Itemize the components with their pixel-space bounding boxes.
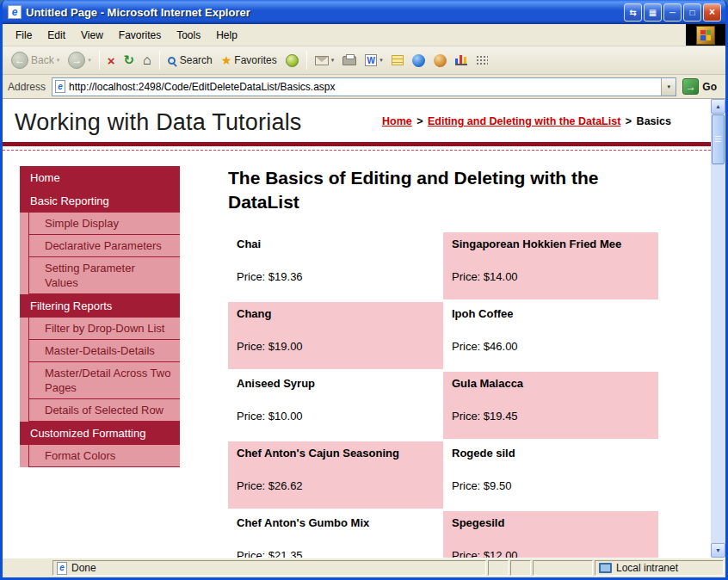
status-text: Done — [71, 562, 96, 574]
back-dropdown-icon: ▾ — [57, 57, 60, 64]
sidebar-item-filtering-reports[interactable]: Filtering Reports — [20, 294, 180, 318]
breadcrumb-current: Basics — [637, 115, 671, 127]
sidebar-item-declarative-parameters[interactable]: Declarative Parameters — [20, 235, 180, 257]
print-button[interactable] — [339, 54, 360, 67]
menu-file[interactable]: File — [8, 26, 40, 45]
swap-icon: ⇆ — [629, 8, 636, 17]
vertical-scrollbar[interactable]: ▲ ▼ — [711, 99, 725, 558]
sidebar-item-label: Format Colors — [28, 445, 180, 467]
breadcrumb: Home > Editing and Deleting with the Dat… — [382, 109, 702, 137]
back-icon: ← — [11, 52, 28, 69]
favorites-button[interactable]: ★ Favorites — [218, 52, 281, 69]
product-cell: Aniseed Syrup Price: $10.00 — [228, 372, 443, 439]
menu-bar: File Edit View Favorites Tools Help — [3, 24, 725, 46]
product-cell: Chai Price: $19.36 — [228, 232, 443, 299]
sidebar-item-setting-parameter-values[interactable]: Setting Parameter Values — [20, 257, 180, 294]
title-bar[interactable]: e Untitled Page - Microsoft Internet Exp… — [3, 0, 725, 24]
research-icon — [434, 54, 447, 67]
history-button[interactable] — [282, 52, 302, 69]
toolbar-separator — [159, 51, 160, 70]
extra-window-button-2[interactable]: ▦ — [644, 3, 662, 22]
home-button[interactable]: ⌂ — [139, 51, 155, 70]
forward-button[interactable]: → ▾ — [65, 50, 95, 71]
go-label: Go — [702, 81, 717, 93]
search-button[interactable]: Search — [164, 52, 216, 68]
scroll-up-button[interactable]: ▲ — [711, 99, 725, 114]
toolbar: ← Back ▾ → ▾ × ↻ ⌂ Search ★ Favorites ▾ … — [3, 46, 725, 75]
history-icon — [286, 54, 299, 67]
sidebar-item-details-of-selected-row[interactable]: Details of Selected Row — [20, 399, 180, 422]
header-rule — [3, 142, 711, 146]
chart-button[interactable] — [452, 53, 471, 67]
edit-dropdown-icon: ▾ — [379, 57, 383, 64]
sidebar-item-customized-formatting[interactable]: Customized Formatting — [20, 422, 180, 445]
product-name: Gula Malacca — [452, 377, 650, 390]
discuss-button[interactable] — [388, 53, 407, 67]
breadcrumb-link-section[interactable]: Editing and Deleting with the DataList — [428, 115, 620, 127]
breadcrumb-link-home[interactable]: Home — [382, 115, 412, 127]
sidebar-item-filter-by-dropdown-list[interactable]: Filter by Drop-Down List — [20, 318, 180, 340]
messenger-button[interactable] — [409, 52, 429, 69]
product-name: Chef Anton's Cajun Seasoning — [237, 447, 435, 460]
scrollbar-track[interactable] — [711, 165, 725, 543]
product-cell: Singaporean Hokkien Fried Mee Price: $14… — [443, 232, 658, 299]
sidebar-item-format-colors[interactable]: Format Colors — [20, 445, 180, 467]
close-icon: × — [709, 6, 715, 18]
product-cell: Spegesild Price: $12.00 — [443, 511, 658, 558]
minimize-icon: ─ — [669, 8, 676, 17]
grid-button[interactable] — [472, 53, 491, 68]
product-price: Price: $46.00 — [452, 340, 650, 353]
stop-button[interactable]: × — [104, 52, 119, 70]
sidebar-nav: Home Basic Reporting Simple Display Decl… — [20, 166, 180, 558]
menu-help[interactable]: Help — [208, 26, 245, 45]
grid-dots-icon — [476, 55, 488, 66]
back-label: Back — [31, 54, 54, 66]
mail-button[interactable]: ▾ — [312, 54, 338, 67]
product-price: Price: $21.35 — [237, 549, 435, 558]
scrollbar-thumb[interactable] — [712, 114, 725, 164]
address-dropdown-button[interactable]: ▾ — [661, 78, 676, 96]
stop-icon: × — [108, 53, 115, 68]
back-button[interactable]: ← Back ▾ — [8, 50, 63, 71]
sidebar-item-home[interactable]: Home — [20, 166, 180, 189]
status-page-icon: e — [57, 562, 67, 575]
ie-page-icon: e — [8, 5, 22, 19]
product-price: Price: $26.62 — [237, 479, 435, 492]
browser-window: e Untitled Page - Microsoft Internet Exp… — [0, 0, 728, 580]
product-name: Chef Anton's Gumbo Mix — [237, 516, 435, 529]
status-zone: Local intranet — [595, 560, 724, 576]
page-title: The Basics of Editing and Deleting with … — [228, 166, 658, 215]
product-name: Chai — [237, 238, 435, 250]
menu-view[interactable]: View — [73, 26, 111, 45]
sidebar-item-label: Simple Display — [28, 213, 180, 235]
sidebar-item-label: Setting Parameter Values — [28, 257, 180, 294]
status-pane — [510, 560, 531, 576]
menu-edit[interactable]: Edit — [40, 26, 73, 45]
status-done: e Done — [52, 560, 486, 576]
scroll-down-button[interactable]: ▼ — [711, 543, 725, 558]
close-button[interactable]: × — [703, 3, 721, 22]
sidebar-item-simple-display[interactable]: Simple Display — [20, 213, 180, 235]
main-content: The Basics of Editing and Deleting with … — [228, 166, 658, 558]
sidebar-item-master-details-details[interactable]: Master-Details-Details — [20, 340, 180, 362]
favorites-star-icon: ★ — [221, 53, 232, 67]
menu-favorites[interactable]: Favorites — [111, 26, 169, 45]
address-input[interactable] — [69, 79, 657, 95]
product-cell: Chang Price: $19.00 — [228, 302, 443, 369]
product-cell: Gula Malacca Price: $19.45 — [443, 372, 658, 439]
product-price: Price: $19.36 — [237, 270, 435, 283]
sidebar-item-master-detail-two-pages[interactable]: Master/Detail Across Two Pages — [20, 362, 180, 399]
edit-word-button[interactable]: W ▾ — [361, 52, 386, 68]
toolbar-separator — [306, 51, 307, 70]
maximize-button[interactable]: □ — [683, 3, 701, 22]
refresh-button[interactable]: ↻ — [120, 51, 138, 70]
page-favicon: e — [55, 80, 65, 93]
extra-window-button-1[interactable]: ⇆ — [624, 3, 642, 22]
go-button[interactable]: → Go — [682, 78, 720, 95]
mail-icon — [315, 56, 329, 65]
minimize-button[interactable]: ─ — [663, 3, 682, 22]
sidebar-item-basic-reporting[interactable]: Basic Reporting — [20, 189, 180, 213]
forward-icon: → — [68, 52, 85, 69]
research-button[interactable] — [430, 52, 450, 69]
menu-tools[interactable]: Tools — [169, 26, 208, 45]
